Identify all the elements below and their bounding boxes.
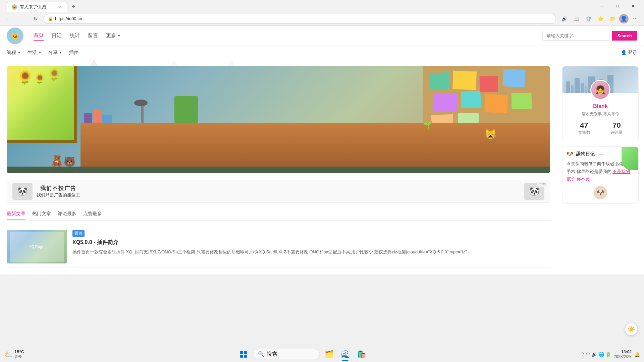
url-bar[interactable]: 🔒 https://iu00.cn	[44, 14, 556, 24]
ad-sub-text: 我们只是广告的搬运工	[37, 192, 80, 198]
ad-main-text: 我们不投广告	[37, 185, 80, 192]
taskbar-search-bar[interactable]: 🔍 搜索	[253, 349, 320, 359]
tab-newest[interactable]: 最新文章	[7, 208, 25, 220]
title-bar: 🐱 有人来了快跑 ✕ + ─ □ ✕	[0, 0, 644, 12]
tab-most-likes[interactable]: 点赞最多	[83, 208, 102, 220]
tray-battery-icon[interactable]: 🔋	[605, 352, 611, 357]
subnav-programming[interactable]: 编程 ▼	[7, 50, 21, 56]
clock-time: 13:02	[614, 350, 632, 354]
clock-date: 2023/2/28	[614, 354, 632, 359]
hero-banner[interactable]: 🌻 🌻 🌻	[7, 66, 550, 173]
nav-stats[interactable]: 统计	[70, 31, 80, 40]
more-chevron-icon: ▼	[117, 34, 121, 38]
taskbar-app-store[interactable]: 🛍️	[354, 347, 369, 362]
article-thumb-image: XQ Plugin	[7, 230, 67, 263]
profile-avatar[interactable]: 👤	[619, 14, 629, 23]
weather-description: 多云	[14, 354, 24, 359]
tab-close-btn[interactable]: ✕	[59, 5, 62, 9]
site-logo[interactable]: 🐱	[7, 27, 23, 44]
article-title[interactable]: XQ5.0.0 - 插件简介	[72, 239, 550, 246]
notification-icon[interactable]: 🔔	[634, 352, 640, 357]
tab-most-comments[interactable]: 评论最多	[58, 208, 76, 220]
website-body: 🐱 首页 日记 统计 留言 更多 ▼ Search 编程 ▼ 生活 ▼ 分享 ▼	[0, 26, 644, 275]
active-app-indicator	[342, 360, 348, 361]
subnav-plugins[interactable]: 插件	[69, 50, 78, 56]
nav-diary[interactable]: 日记	[52, 31, 62, 40]
start-button[interactable]	[235, 346, 252, 362]
system-clock[interactable]: 13:02 2023/2/28	[614, 350, 632, 359]
article-body: 置顶 XQ5.0.0 - 插件简介 插件首页一款综合娱乐插件 XQ ,目前支持X…	[72, 230, 550, 263]
profile-name: Blank	[568, 103, 633, 109]
url-text: https://iu00.cn	[55, 16, 82, 21]
taskbar-center: 🔍 搜索 🗂️ 🌊 🛍️	[28, 346, 577, 362]
search-button[interactable]: Search	[612, 31, 637, 41]
article-card[interactable]: XQ Plugin 置顶 XQ5.0.0 - 插件简介 插件首页一款综合娱乐插件…	[7, 226, 550, 268]
subnav-share[interactable]: 分享 ▼	[48, 50, 62, 56]
user-icon: 👤	[621, 50, 627, 55]
profile-bio: 清欢无别事,等风等你	[568, 111, 633, 117]
new-tab-button[interactable]: +	[68, 2, 78, 12]
nav-more[interactable]: 更多 ▼	[106, 31, 121, 40]
comments-label: 评论量	[611, 130, 623, 135]
weather-icon: ⛅	[4, 350, 12, 358]
nav-home[interactable]: 首页	[34, 31, 44, 41]
close-button[interactable]: ✕	[625, 0, 641, 12]
nav-comments[interactable]: 留言	[88, 31, 98, 40]
search-area: Search	[542, 31, 637, 41]
ad-left-content: 🐼 我们不投广告 我们只是广告的搬运工	[12, 183, 80, 200]
profile-info: Blank 清欢无别事,等风等你 47 文章数 70 评论量	[562, 93, 638, 141]
sub-navigation: 编程 ▼ 生活 ▼ 分享 ▼ 插件 👤 登录	[0, 46, 644, 59]
back-button[interactable]: ←	[3, 13, 14, 24]
subnav-life[interactable]: 生活 ▼	[28, 50, 42, 56]
right-sidebar: 👧 Blank 清欢无别事,等风等你 47 文章数 70	[557, 59, 644, 275]
weather-temp: 15°C	[14, 349, 24, 354]
profile-stats: 47 文章数 70 评论量	[568, 121, 633, 135]
diary-avatar: 🐶	[594, 186, 607, 199]
article-thumbnail: XQ Plugin	[7, 230, 67, 263]
taskbar-pinned-apps: 🗂️ 🌊 🛍️	[321, 347, 369, 362]
minimize-button[interactable]: ─	[594, 0, 610, 12]
ad-banner: 广告 🐼 我们不投广告 我们只是广告的搬运工 🐼	[7, 180, 550, 203]
site-header: 🐱 首页 日记 统计 留言 更多 ▼ Search	[0, 26, 644, 46]
tray-volume-icon[interactable]: 🔊	[591, 352, 597, 357]
search-input[interactable]	[542, 31, 609, 41]
read-aloud-icon[interactable]: 🔊	[559, 13, 570, 24]
profile-banner: 👧	[562, 66, 638, 93]
comments-count: 70	[611, 121, 623, 130]
address-bar: ← → ↻ 🔒 https://iu00.cn 🔊 📖 🛡️ ⭐ 📁 👤 ⋯	[0, 12, 644, 26]
settings-icon[interactable]: ⋯	[630, 13, 641, 24]
article-description: 插件首页一款综合娱乐插件 XQ ,目前支持XLZ/ONO/Sa三个框架,只需要修…	[72, 249, 550, 256]
stat-comments: 70 评论量	[611, 121, 623, 135]
diary-title: 舔狗日记	[576, 151, 595, 157]
diary-dash: —	[599, 151, 604, 157]
site-content: 🌻 🌻 🌻	[0, 59, 644, 275]
login-area[interactable]: 👤 登录	[621, 50, 637, 56]
browser-tab-active[interactable]: 🐱 有人来了快跑 ✕	[7, 2, 67, 12]
browser-toolbar-icons: 🔊 📖 🛡️ ⭐ 📁 👤 ⋯	[559, 13, 641, 24]
favorites-icon[interactable]: ⭐	[595, 13, 606, 24]
tray-network-icon[interactable]: 🌐	[598, 352, 604, 357]
tray-ime-icon[interactable]: 中	[586, 351, 590, 357]
taskbar-search-icon: 🔍	[258, 351, 265, 357]
security-icon[interactable]: 🛡️	[583, 13, 594, 24]
taskbar: ⛅ 15°C 多云 🔍 搜索 🗂️ 🌊	[0, 346, 644, 362]
tray-chevron-icon[interactable]: ⌃	[581, 352, 585, 357]
forward-button[interactable]: →	[17, 13, 28, 24]
immersive-reader-icon[interactable]: 📖	[571, 13, 582, 24]
collections-icon[interactable]: 📁	[607, 13, 618, 24]
taskbar-app-explorer[interactable]: 🗂️	[321, 347, 337, 362]
tab-title: 有人来了快跑	[20, 4, 46, 10]
tab-favicon: 🐱	[12, 4, 17, 10]
diary-icon: 🐶	[567, 151, 573, 157]
life-chevron-icon: ▼	[38, 51, 42, 54]
theme-toggle-button[interactable]: ☀️	[625, 323, 637, 335]
articles-label: 文章数	[578, 130, 590, 135]
programming-chevron-icon: ▼	[17, 51, 21, 54]
tab-hot[interactable]: 热门文章	[32, 208, 51, 220]
maximize-button[interactable]: □	[610, 0, 625, 12]
articles-count: 47	[578, 121, 590, 130]
diary-green-decoration	[622, 147, 638, 170]
reload-button[interactable]: ↻	[30, 13, 41, 24]
taskbar-app-edge[interactable]: 🌊	[337, 347, 353, 362]
browser-window: 🐱 有人来了快跑 ✕ + ─ □ ✕ ← → ↻ 🔒 https://iu00.…	[0, 0, 644, 26]
